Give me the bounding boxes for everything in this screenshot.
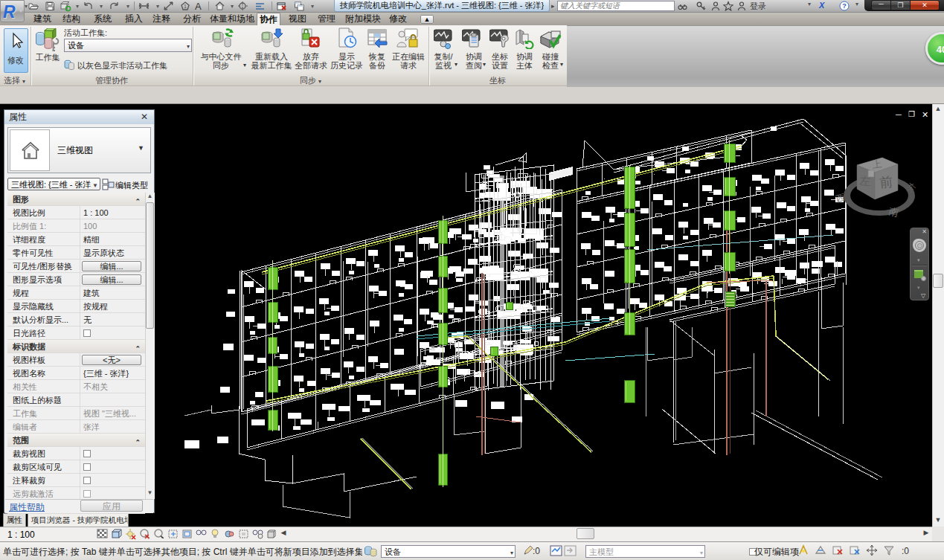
svg-text:南: 南 <box>887 205 899 219</box>
svg-text:1: 1 <box>184 4 187 9</box>
svg-text:上: 上 <box>871 158 882 170</box>
svg-text:?: ? <box>842 2 847 10</box>
svg-text:左: 左 <box>859 174 871 187</box>
svg-text:A: A <box>195 1 202 12</box>
svg-text:前: 前 <box>879 174 893 190</box>
